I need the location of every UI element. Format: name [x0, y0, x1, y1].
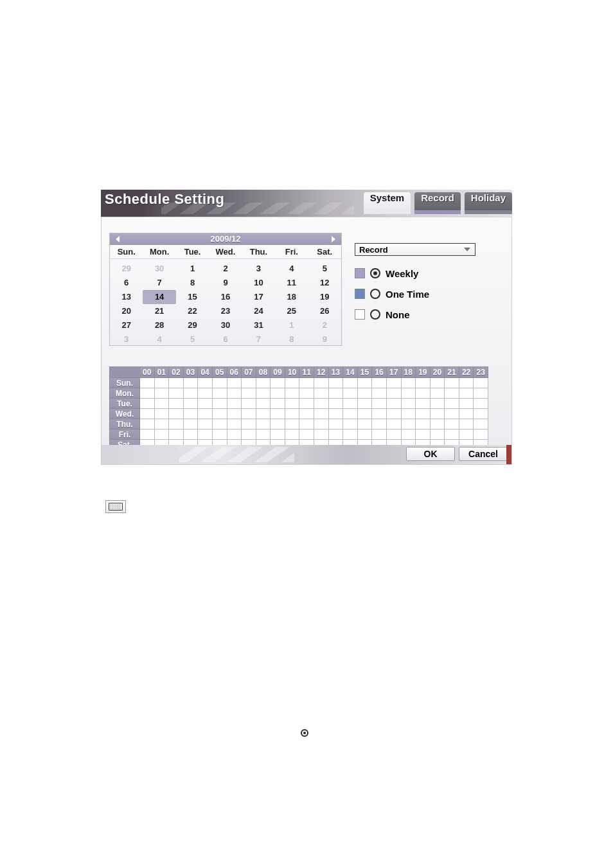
- hour-cell[interactable]: [402, 378, 416, 388]
- calendar-day[interactable]: 7: [242, 332, 275, 347]
- calendar-day[interactable]: 1: [176, 262, 209, 276]
- cancel-button[interactable]: Cancel: [459, 447, 508, 461]
- calendar-day[interactable]: 25: [275, 304, 308, 318]
- calendar-day[interactable]: 22: [176, 304, 209, 318]
- hour-header-cell[interactable]: 04: [198, 366, 213, 378]
- hour-cell[interactable]: [299, 378, 314, 388]
- hour-header-cell[interactable]: 16: [372, 366, 387, 378]
- hour-header-cell[interactable]: 17: [387, 366, 402, 378]
- hour-cell[interactable]: [213, 409, 227, 419]
- hour-cell[interactable]: [358, 429, 373, 440]
- hour-cell[interactable]: [343, 378, 358, 388]
- calendar-day[interactable]: 14: [143, 290, 175, 304]
- hour-cell[interactable]: [155, 388, 170, 399]
- hour-cell[interactable]: [198, 429, 213, 440]
- calendar-day[interactable]: 3: [242, 262, 275, 276]
- hour-cell[interactable]: [416, 409, 431, 419]
- hour-cell[interactable]: [343, 419, 358, 429]
- calendar-day[interactable]: 6: [209, 332, 242, 347]
- hour-cell[interactable]: [445, 419, 459, 429]
- hour-cell[interactable]: [343, 429, 358, 440]
- calendar-day[interactable]: 1: [275, 318, 308, 332]
- hour-cell[interactable]: [387, 378, 402, 388]
- hour-cell[interactable]: [184, 378, 199, 388]
- hour-cell[interactable]: [242, 409, 256, 419]
- hour-row-label[interactable]: Wed.: [109, 409, 140, 419]
- hour-cell[interactable]: [402, 399, 416, 409]
- hour-cell[interactable]: [242, 419, 256, 429]
- calendar-day[interactable]: 13: [110, 290, 143, 304]
- hour-row-label[interactable]: Fri.: [109, 429, 140, 440]
- hour-cell[interactable]: [169, 378, 184, 388]
- hour-header-cell[interactable]: 08: [256, 366, 271, 378]
- hour-cell[interactable]: [431, 429, 445, 440]
- hour-cell[interactable]: [155, 399, 170, 409]
- hour-row-label[interactable]: Tue.: [109, 399, 140, 409]
- hour-cell[interactable]: [271, 399, 285, 409]
- hour-cell[interactable]: [343, 388, 358, 399]
- calendar-day[interactable]: 31: [242, 318, 275, 332]
- hour-cell[interactable]: [213, 429, 227, 440]
- option-weekly[interactable]: Weekly: [355, 266, 496, 280]
- calendar-day[interactable]: 2: [308, 318, 341, 332]
- calendar-day[interactable]: 19: [308, 290, 341, 304]
- hour-cell[interactable]: [169, 409, 184, 419]
- hour-cell[interactable]: [329, 378, 344, 388]
- hour-header-cell[interactable]: 15: [358, 366, 373, 378]
- hour-cell[interactable]: [213, 378, 227, 388]
- hour-cell[interactable]: [213, 419, 227, 429]
- hour-cell[interactable]: [271, 378, 285, 388]
- hour-cell[interactable]: [431, 409, 445, 419]
- hour-cell[interactable]: [431, 399, 445, 409]
- hour-cell[interactable]: [474, 388, 488, 399]
- hour-cell[interactable]: [387, 409, 402, 419]
- hour-cell[interactable]: [329, 409, 344, 419]
- hour-header-cell[interactable]: 20: [431, 366, 445, 378]
- hour-cell[interactable]: [140, 399, 155, 409]
- hour-header-cell[interactable]: 03: [184, 366, 199, 378]
- hour-cell[interactable]: [242, 378, 256, 388]
- hour-cell[interactable]: [372, 388, 387, 399]
- hour-cell[interactable]: [431, 419, 445, 429]
- hour-cell[interactable]: [459, 399, 474, 409]
- hour-cell[interactable]: [140, 388, 155, 399]
- hour-cell[interactable]: [285, 419, 300, 429]
- hour-cell[interactable]: [329, 429, 344, 440]
- calendar-day[interactable]: 29: [110, 262, 143, 276]
- hour-row-label[interactable]: Thu.: [109, 419, 140, 429]
- hour-header-cell[interactable]: 13: [329, 366, 344, 378]
- hour-cell[interactable]: [227, 429, 242, 440]
- radio-none[interactable]: [370, 309, 380, 320]
- hour-cell[interactable]: [431, 378, 445, 388]
- hour-cell[interactable]: [402, 388, 416, 399]
- hour-cell[interactable]: [299, 429, 314, 440]
- hour-cell[interactable]: [416, 399, 431, 409]
- hour-cell[interactable]: [227, 419, 242, 429]
- hour-cell[interactable]: [358, 419, 373, 429]
- hour-header-cell[interactable]: 23: [474, 366, 488, 378]
- hour-cell[interactable]: [387, 429, 402, 440]
- hour-cell[interactable]: [299, 388, 314, 399]
- keyboard-icon[interactable]: [105, 500, 126, 513]
- hour-cell[interactable]: [285, 378, 300, 388]
- hour-cell[interactable]: [155, 409, 170, 419]
- calendar-day[interactable]: 20: [110, 304, 143, 318]
- hour-cell[interactable]: [213, 399, 227, 409]
- hour-cell[interactable]: [343, 409, 358, 419]
- calendar-day[interactable]: 24: [242, 304, 275, 318]
- hour-cell[interactable]: [169, 388, 184, 399]
- calendar-day[interactable]: 12: [308, 276, 341, 290]
- hour-cell[interactable]: [416, 388, 431, 399]
- hour-cell[interactable]: [314, 399, 329, 409]
- calendar-day[interactable]: 15: [176, 290, 209, 304]
- hour-cell[interactable]: [285, 409, 300, 419]
- hour-header-cell[interactable]: 14: [343, 366, 358, 378]
- calendar-day[interactable]: 5: [176, 332, 209, 347]
- hour-cell[interactable]: [256, 388, 271, 399]
- hour-cell[interactable]: [198, 399, 213, 409]
- hour-cell[interactable]: [314, 388, 329, 399]
- hour-cell[interactable]: [155, 419, 170, 429]
- hour-header-cell[interactable]: 10: [285, 366, 300, 378]
- hour-cell[interactable]: [343, 399, 358, 409]
- hour-cell[interactable]: [198, 388, 213, 399]
